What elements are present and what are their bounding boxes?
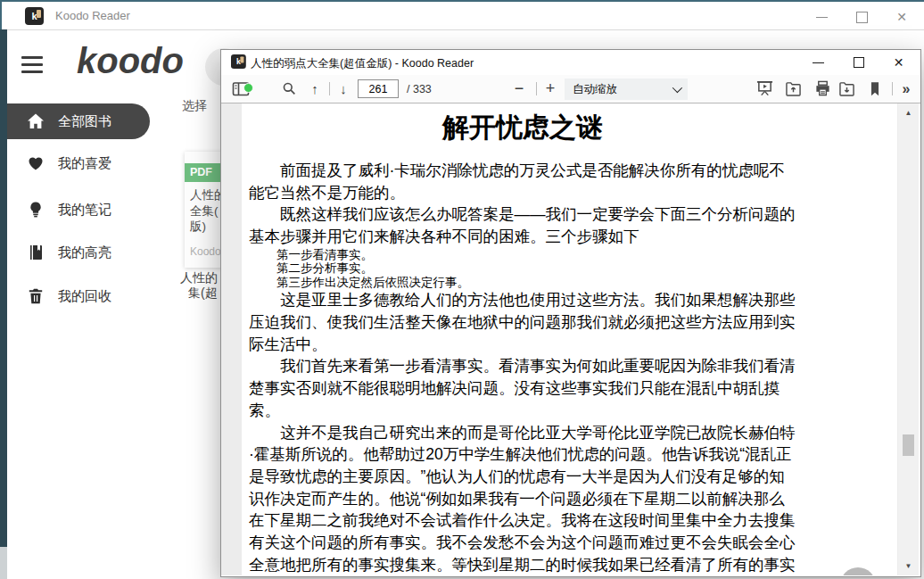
sidebar-item-label: 我的喜爱 bbox=[58, 155, 111, 172]
home-icon bbox=[27, 112, 45, 130]
sidebar-item-trash[interactable]: 我的回收 bbox=[0, 278, 178, 314]
scroll-down-button[interactable]: ▼ bbox=[898, 562, 919, 570]
sidebar-toggle-button[interactable] bbox=[228, 75, 253, 103]
step-line: 第一步看清事实。 bbox=[276, 248, 796, 262]
sidebar-item-favorites[interactable]: 我的喜爱 bbox=[0, 145, 178, 181]
pdf-toolbar: ↑ ↓ / 333 − + 自动缩放 » bbox=[221, 75, 920, 103]
pdf-viewer-window: k 人性的弱点大全集(超值金版) - Koodo Reader ✕ ↑ ↓ / … bbox=[220, 49, 921, 577]
window-edge-strip-bottom bbox=[0, 547, 7, 579]
main-titlebar: k Koodo Reader ✕ bbox=[0, 2, 924, 30]
toolbar-separator bbox=[329, 82, 330, 95]
zoom-mode-value: 自动缩放 bbox=[573, 82, 617, 97]
scroll-up-button[interactable]: ▲ bbox=[898, 109, 919, 117]
pdf-titlebar: k 人性的弱点大全集(超值金版) - Koodo Reader ✕ bbox=[221, 50, 920, 75]
paragraph: 这是亚里士多德教给人们的方法他也使用过这些方法。我们如果想解决那些压迫我们、使我… bbox=[249, 289, 796, 355]
main-minimize-button[interactable] bbox=[810, 7, 833, 27]
bookmark-button[interactable] bbox=[862, 75, 887, 103]
pdf-close-button[interactable]: ✕ bbox=[879, 50, 919, 75]
window-frame-top bbox=[0, 0, 924, 2]
minimize-icon bbox=[813, 62, 824, 63]
heart-icon bbox=[27, 154, 45, 172]
plus-icon: + bbox=[546, 79, 556, 98]
zoom-mode-select[interactable]: 自动缩放 bbox=[565, 79, 688, 100]
close-icon: ✕ bbox=[896, 11, 907, 23]
select-books-button[interactable]: 选择 bbox=[182, 98, 207, 114]
pdf-content-area: 解开忧虑之谜 前面提及了威利·卡瑞尔消除忧虑的万灵公式是否能解决你所有的忧虑呢不… bbox=[221, 103, 919, 575]
toolbar-separator bbox=[536, 82, 537, 95]
hamburger-menu-icon[interactable] bbox=[21, 56, 43, 78]
previous-page-button[interactable]: ↑ bbox=[304, 75, 326, 103]
koodo-logo: koodo bbox=[77, 41, 184, 81]
sidebar-item-notes[interactable]: 我的笔记 bbox=[0, 192, 178, 227]
search-button[interactable] bbox=[276, 75, 301, 103]
page-count-label: / 333 bbox=[407, 83, 432, 95]
sidebar-item-all-books[interactable]: 全部图书 bbox=[0, 103, 150, 139]
pdf-page: 解开忧虑之谜 前面提及了威利·卡瑞尔消除忧虑的万灵公式是否能解决你所有的忧虑呢不… bbox=[242, 103, 897, 575]
paragraph: 我们首先来看第一步看清事实。看清事实为何如此重要呢因为除非我们看清楚事实否则就不… bbox=[249, 355, 796, 421]
window-frame-left bbox=[0, 0, 2, 29]
zoom-in-button[interactable]: + bbox=[540, 75, 561, 103]
open-file-button[interactable] bbox=[780, 75, 805, 103]
sidebar-item-label: 我的高亮 bbox=[58, 244, 111, 261]
download-button[interactable] bbox=[834, 75, 859, 103]
more-tools-button[interactable]: » bbox=[895, 75, 917, 103]
presentation-mode-button[interactable] bbox=[752, 75, 777, 103]
window-edge-strip bbox=[0, 29, 7, 547]
scrollbar-thumb[interactable] bbox=[903, 434, 914, 456]
sidebar-item-label: 全部图书 bbox=[58, 113, 111, 130]
koodo-app-icon: k bbox=[231, 54, 246, 69]
trash-icon bbox=[27, 287, 45, 305]
sync-status-dot bbox=[243, 83, 253, 93]
next-page-button[interactable]: ↓ bbox=[333, 75, 354, 103]
page-number-input[interactable] bbox=[358, 79, 399, 98]
zoom-out-button[interactable]: − bbox=[508, 75, 530, 103]
scrollbar[interactable]: ▲ ▼ bbox=[898, 103, 919, 575]
maximize-icon bbox=[854, 57, 864, 68]
toolbar-separator bbox=[892, 82, 893, 95]
book-title: 人性的 集(超 bbox=[180, 270, 218, 301]
minimize-icon bbox=[816, 17, 828, 18]
sidebar-item-label: 我的回收 bbox=[58, 288, 111, 305]
pdf-window-title: 人性的弱点大全集(超值金版) - Koodo Reader bbox=[251, 56, 474, 71]
print-button[interactable] bbox=[810, 75, 835, 103]
lightbulb-icon bbox=[27, 201, 45, 219]
sidebar-item-label: 我的笔记 bbox=[58, 202, 111, 219]
pdf-maximize-button[interactable] bbox=[838, 50, 879, 75]
main-close-button[interactable]: ✕ bbox=[890, 7, 913, 27]
main-window-title: Koodo Reader bbox=[55, 9, 130, 22]
home-icon bbox=[850, 575, 867, 576]
chevron-down-icon bbox=[672, 83, 682, 93]
minus-icon: − bbox=[515, 79, 524, 98]
document-heading: 解开忧虑之谜 bbox=[249, 110, 796, 146]
paragraph: 前面提及了威利·卡瑞尔消除忧虑的万灵公式是否能解决你所有的忧虑呢不能它当然不是万… bbox=[249, 160, 796, 203]
document-text: 解开忧虑之谜 前面提及了威利·卡瑞尔消除忧虑的万灵公式是否能解决你所有的忧虑呢不… bbox=[249, 110, 796, 575]
up-arrow-icon: ↑ bbox=[311, 81, 318, 96]
paragraph: 这并不是我自己研究出来的而是哥伦比亚大学哥伦比亚学院已故院长赫伯特·霍基斯所说的… bbox=[249, 422, 796, 575]
step-line: 第二步分析事实。 bbox=[276, 261, 796, 276]
paragraph: 既然这样我们应该怎么办呢答案是——我们一定要学会下面三个分析问题的基本步骤并用它… bbox=[249, 203, 796, 247]
sidebar-item-highlights[interactable]: 我的高亮 bbox=[0, 235, 178, 270]
cover-publisher: Koodo bbox=[190, 245, 221, 258]
double-chevron-icon: » bbox=[903, 81, 911, 97]
highlight-book-icon bbox=[27, 244, 45, 261]
koodo-app-icon: k bbox=[25, 7, 44, 25]
close-icon: ✕ bbox=[894, 56, 904, 69]
main-maximize-button[interactable] bbox=[850, 7, 873, 27]
pdf-minimize-button[interactable] bbox=[798, 50, 838, 75]
step-line: 第三步作出决定然后依照决定行事。 bbox=[276, 276, 796, 290]
maximize-icon bbox=[856, 12, 868, 23]
down-arrow-icon: ↓ bbox=[340, 81, 347, 96]
